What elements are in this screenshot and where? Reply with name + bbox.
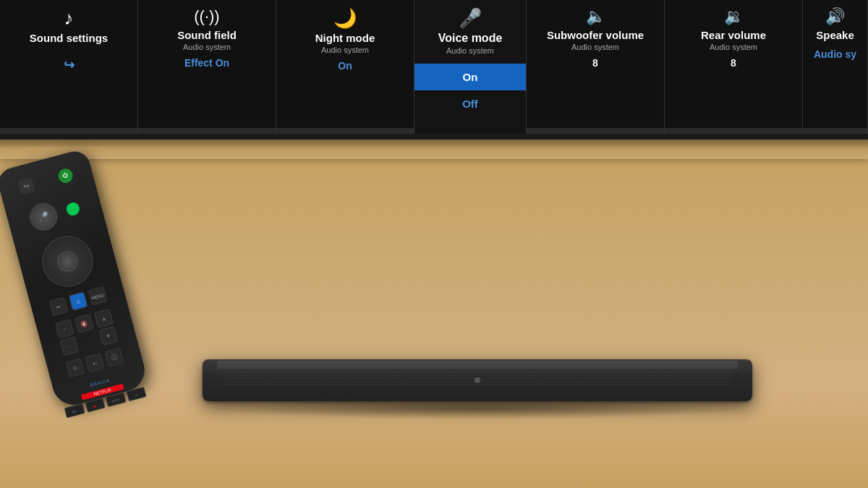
- sound-settings-title: Sound settings: [30, 32, 108, 44]
- rear-volume-subtitle: Audio system: [710, 43, 757, 51]
- share-icon: ↪: [64, 58, 75, 72]
- remote-tv-button[interactable]: TV: [17, 177, 35, 194]
- remote-back-button[interactable]: ⬅: [49, 296, 69, 316]
- remote-menu-button[interactable]: MENU: [88, 286, 108, 306]
- menu-item-subwoofer-volume[interactable]: 🔈 Subwoofer volume Audio system 8: [527, 0, 665, 134]
- subwoofer-volume-value: 8: [592, 57, 598, 69]
- speaker-icon: 🔊: [825, 9, 845, 25]
- soundfield-icon: ((·)): [194, 9, 219, 25]
- remote-ch-down[interactable]: ▼: [98, 326, 118, 346]
- remote-home-button[interactable]: ⌂: [69, 291, 88, 311]
- remote-vol-down[interactable]: －: [59, 336, 79, 356]
- night-mode-icon: 🌙: [333, 9, 357, 27]
- rear-volume-value: 8: [731, 57, 736, 69]
- remote-power-button[interactable]: ⏻: [56, 167, 74, 184]
- tv-menu-bar: ♪ Sound settings ↪ ((·)) Sound field Aud…: [0, 0, 868, 134]
- night-mode-subtitle: Audio system: [321, 46, 369, 54]
- voice-mode-title: Voice mode: [438, 32, 503, 45]
- music-note-icon: ♪: [64, 9, 74, 27]
- voice-mode-dropdown: On Off: [414, 64, 526, 117]
- subwoofer-icon: 🔈: [586, 9, 605, 25]
- rear-volume-title: Rear volume: [701, 29, 766, 41]
- voice-mode-on-option[interactable]: On: [414, 64, 526, 90]
- menu-item-speaker[interactable]: 🔊 Speake Audio sy: [803, 0, 868, 134]
- sound-field-title: Sound field: [177, 29, 237, 41]
- subwoofer-volume-subtitle: Audio system: [571, 43, 619, 51]
- remote-play-pause-button[interactable]: ⏯: [85, 353, 104, 372]
- speaker-value: Audio sy: [814, 48, 856, 60]
- remote-vol-up[interactable]: ＋: [55, 319, 75, 338]
- subwoofer-volume-title: Subwoofer volume: [547, 29, 644, 41]
- tv-base-shadow: [0, 140, 868, 148]
- remote-nav-center[interactable]: [55, 249, 80, 273]
- voice-mode-off-option[interactable]: Off: [414, 90, 526, 117]
- voice-mode-subtitle: Audio system: [446, 46, 494, 55]
- menu-item-sound-field[interactable]: ((·)) Sound field Audio system Effect On: [138, 0, 276, 134]
- menu-item-rear-volume[interactable]: 🔉 Rear volume Audio system 8: [665, 0, 803, 134]
- remote-ch-up[interactable]: ▲: [94, 309, 114, 328]
- remote-green-button[interactable]: [65, 201, 81, 217]
- sound-field-subtitle: Audio system: [183, 43, 231, 51]
- voice-mode-icon: 🎤: [459, 9, 482, 27]
- remote-mic-button[interactable]: 🎤: [27, 200, 61, 234]
- speaker-title: Speake: [816, 29, 854, 41]
- remote-settings-button[interactable]: ⚙: [65, 358, 85, 377]
- sound-settings-value: ↪: [64, 57, 75, 73]
- remote-nav-ring[interactable]: [36, 231, 98, 293]
- rear-volume-icon: 🔉: [724, 9, 744, 25]
- menu-item-voice-mode[interactable]: 🎤 Voice mode Audio system On Off: [414, 0, 527, 134]
- sound-field-value: Effect On: [184, 57, 229, 69]
- menu-item-night-mode[interactable]: 🌙 Night mode Audio system On: [276, 0, 414, 134]
- night-mode-title: Night mode: [315, 32, 375, 44]
- remote-info-button[interactable]: ⓘ: [104, 348, 124, 367]
- menu-item-sound-settings[interactable]: ♪ Sound settings ↪: [0, 0, 138, 134]
- night-mode-value: On: [338, 60, 352, 72]
- remote-mute-button[interactable]: 🔇: [75, 314, 94, 333]
- soundbar: [203, 359, 752, 401]
